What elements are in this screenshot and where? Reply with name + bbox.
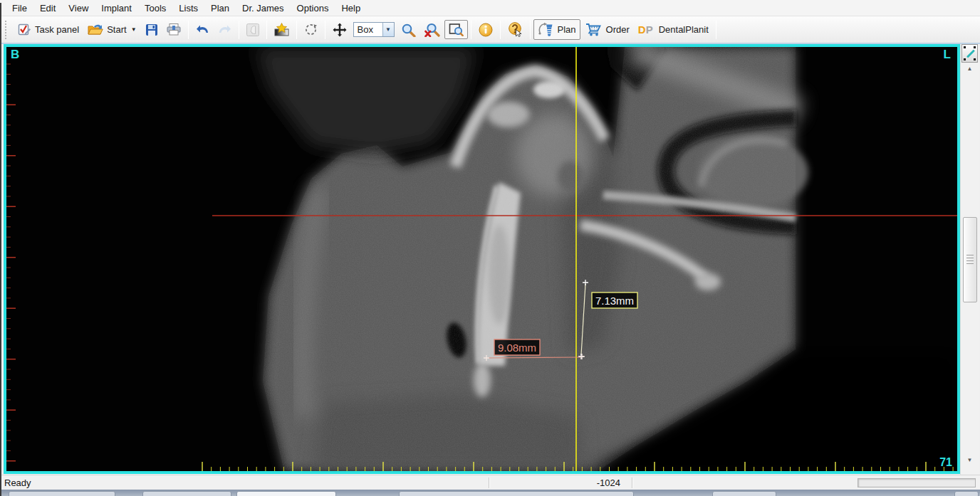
status-hu-value: -1024 bbox=[489, 477, 632, 488]
ct-scan-image[interactable]: 7.13mm 9.08mm bbox=[6, 47, 957, 471]
toolbar-separator bbox=[296, 21, 297, 39]
measurement-horizontal-value: 9.08mm bbox=[498, 342, 536, 354]
slice-number: 71 bbox=[939, 456, 952, 469]
move-arrows-icon bbox=[333, 23, 347, 37]
window-edge bbox=[0, 3, 1, 496]
taskbar-button[interactable] bbox=[712, 491, 776, 496]
status-spacer bbox=[632, 475, 858, 490]
patient-photo-button[interactable] bbox=[242, 21, 264, 39]
toolbar-separator bbox=[500, 21, 501, 39]
save-icon bbox=[145, 23, 158, 36]
taskbar-button[interactable] bbox=[9, 491, 115, 496]
start-label: Start bbox=[107, 24, 126, 35]
open-folder-icon bbox=[88, 23, 103, 36]
orientation-label-back: B bbox=[11, 48, 19, 62]
status-progress-area bbox=[858, 478, 976, 487]
dentalplanit-label: DentalPlanit bbox=[659, 24, 709, 35]
toolbar-separator bbox=[239, 21, 239, 39]
menu-help[interactable]: Help bbox=[335, 1, 367, 16]
dropdown-arrow-icon[interactable]: ▼ bbox=[382, 23, 394, 36]
zoom-cancel-button[interactable] bbox=[420, 20, 444, 40]
undo-icon bbox=[196, 24, 209, 35]
menu-doctor[interactable]: Dr. James bbox=[236, 1, 291, 16]
question-cursor-icon bbox=[508, 22, 523, 37]
order-button[interactable]: Order bbox=[580, 20, 634, 39]
menu-lists[interactable]: Lists bbox=[172, 1, 204, 16]
plan-button[interactable]: Plan bbox=[533, 19, 580, 40]
scroll-down-arrow[interactable]: ▼ bbox=[961, 457, 979, 463]
scrollbar-thumb[interactable] bbox=[963, 217, 977, 302]
undo-button[interactable] bbox=[192, 21, 214, 38]
measurement-vertical-value: 7.13mm bbox=[595, 295, 634, 307]
menu-implant[interactable]: Implant bbox=[95, 1, 138, 16]
toolbar-separator bbox=[471, 21, 471, 39]
taskbar-button[interactable] bbox=[142, 491, 231, 496]
menu-plan[interactable]: Plan bbox=[204, 1, 236, 16]
menu-tools[interactable]: Tools bbox=[138, 1, 172, 16]
taskbar-button[interactable] bbox=[399, 491, 634, 496]
redo-icon bbox=[218, 24, 231, 35]
zoom-in-button[interactable] bbox=[397, 20, 420, 40]
menu-view[interactable]: View bbox=[62, 1, 95, 16]
scroll-up-arrow[interactable]: ▲ bbox=[961, 65, 979, 72]
order-label: Order bbox=[606, 24, 630, 35]
magnifier-icon bbox=[401, 23, 416, 37]
os-taskbar bbox=[0, 490, 980, 496]
save-button[interactable] bbox=[141, 21, 162, 39]
main-area: 7.13mm 9.08mm B L 71 ▲ bbox=[0, 44, 980, 475]
print-button[interactable] bbox=[162, 21, 185, 38]
zoom-box-button[interactable] bbox=[444, 20, 468, 39]
application-window: { "menu": { "items": ["File", "Edit", "V… bbox=[0, 0, 980, 496]
toolbar-separator bbox=[716, 21, 716, 39]
menu-options[interactable]: Options bbox=[291, 1, 335, 16]
toolbar: Task panel Start ▼ bbox=[0, 16, 980, 44]
redo-button[interactable] bbox=[214, 21, 236, 38]
toolbar-separator bbox=[325, 21, 325, 39]
axis-tool-button[interactable] bbox=[961, 44, 978, 63]
star-gradient-icon bbox=[274, 23, 289, 36]
toolbar-separator bbox=[188, 21, 189, 39]
printer-icon bbox=[167, 23, 181, 36]
zoom-region-icon bbox=[449, 23, 464, 36]
info-icon bbox=[479, 23, 493, 37]
cart-icon bbox=[585, 23, 603, 36]
chevron-down-icon: ▼ bbox=[131, 26, 137, 33]
view-mode-value: Box bbox=[354, 24, 382, 35]
implant-plan-icon bbox=[538, 22, 554, 37]
menu-edit[interactable]: Edit bbox=[33, 1, 62, 16]
brightness-contrast-button[interactable] bbox=[270, 20, 293, 39]
rotate-button[interactable] bbox=[300, 20, 322, 39]
toolbar-separator bbox=[530, 21, 531, 39]
menubar: File Edit View Implant Tools Lists Plan … bbox=[0, 0, 980, 16]
rotate-icon bbox=[304, 23, 318, 36]
toolbar-grip[interactable] bbox=[5, 21, 9, 39]
pencil-icon bbox=[966, 49, 975, 58]
ct-slice-viewport[interactable]: 7.13mm 9.08mm B L 71 bbox=[6, 47, 957, 471]
slice-scrollbar[interactable]: ▲ ▼ bbox=[960, 44, 979, 475]
menu-file[interactable]: File bbox=[6, 1, 33, 16]
statusbar: Ready -1024 bbox=[0, 475, 980, 490]
task-panel-button[interactable]: Task panel bbox=[14, 21, 83, 39]
dentalplanit-button[interactable]: DP DentalPlanit bbox=[634, 21, 713, 38]
patient-face-icon bbox=[246, 23, 259, 36]
dp-logo: DP bbox=[638, 23, 655, 36]
taskbar-button[interactable] bbox=[236, 491, 336, 496]
pan-button[interactable] bbox=[328, 20, 351, 40]
task-check-icon bbox=[18, 23, 31, 36]
info-button[interactable] bbox=[474, 20, 497, 40]
context-help-button[interactable] bbox=[504, 19, 527, 40]
start-button[interactable]: Start ▼ bbox=[83, 21, 140, 38]
view-mode-dropdown[interactable]: Box ▼ bbox=[353, 22, 395, 37]
ct-view-frame: 7.13mm 9.08mm B L 71 bbox=[4, 44, 960, 474]
orientation-label-left: L bbox=[944, 48, 951, 62]
taskbar-button[interactable] bbox=[954, 491, 979, 496]
status-ready: Ready bbox=[0, 477, 489, 488]
toolbar-separator bbox=[266, 21, 267, 39]
task-panel-label: Task panel bbox=[35, 24, 79, 35]
magnifier-cancel-icon bbox=[424, 23, 440, 37]
plan-label: Plan bbox=[558, 24, 576, 35]
